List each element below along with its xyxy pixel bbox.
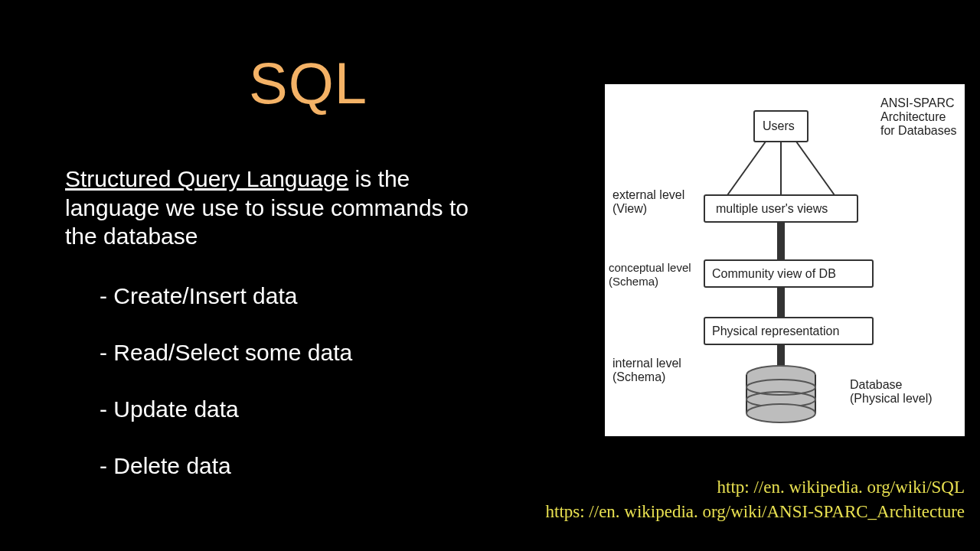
link-sql: http: //en. wikipedia. org/wiki/SQL	[546, 478, 965, 497]
diagram-title-line1: ANSI-SPARC	[880, 96, 955, 109]
bullet-item: Delete data	[100, 453, 498, 479]
svg-line-0	[727, 142, 766, 195]
db-label-2: (Physical level)	[850, 392, 933, 405]
slide-body: Structured Query Language is the languag…	[65, 165, 494, 251]
physical-label: Physical representation	[712, 324, 839, 337]
db-label-1: Database	[850, 378, 903, 391]
internal-label-1: internal level	[612, 357, 681, 370]
body-underlined: Structured Query Language	[65, 166, 348, 191]
bullet-item: Create/Insert data	[100, 283, 498, 309]
ansi-sparc-diagram: ANSI-SPARC Architecture for Databases Us…	[605, 84, 965, 436]
slide-title: SQL	[249, 50, 368, 116]
slide: SQL Structured Query Language is the lan…	[0, 0, 980, 551]
conceptual-label-2: (Schema)	[609, 275, 658, 288]
link-ansi-sparc: https: //en. wikipedia. org/wiki/ANSI-SP…	[546, 502, 965, 522]
diagram-title-line3: for Databases	[880, 124, 957, 137]
bullet-item: Update data	[100, 396, 498, 422]
users-label: Users	[763, 119, 795, 132]
views-label: multiple user's views	[716, 202, 828, 215]
conceptual-label-1: conceptual level	[609, 261, 691, 274]
bullet-list: Create/Insert data Read/Select some data…	[100, 283, 498, 510]
internal-label-2: (Schema)	[612, 370, 665, 383]
external-label-2: (View)	[612, 202, 647, 215]
external-label-1: external level	[612, 188, 684, 201]
reference-links: http: //en. wikipedia. org/wiki/SQL http…	[546, 473, 965, 522]
bullet-item: Read/Select some data	[100, 340, 498, 366]
diagram-title-line2: Architecture	[880, 110, 946, 123]
svg-point-12	[746, 404, 815, 422]
community-label: Community view of DB	[712, 267, 836, 280]
svg-line-2	[796, 142, 835, 195]
